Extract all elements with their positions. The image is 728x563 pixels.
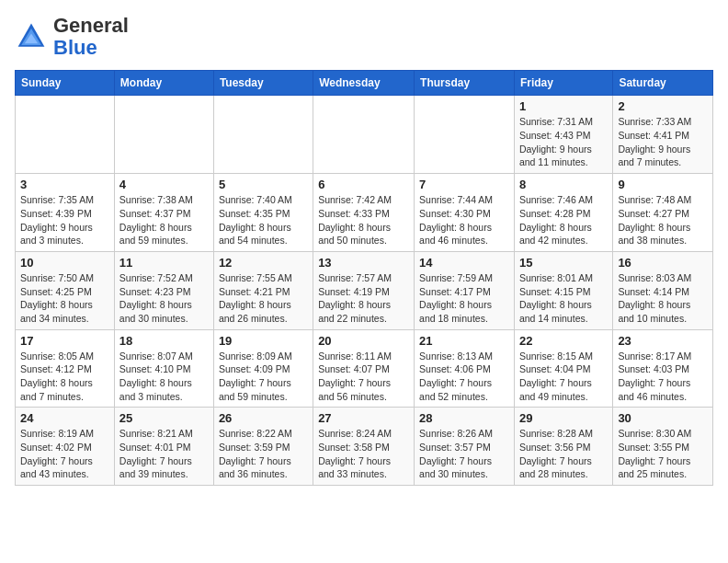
day-number: 18 bbox=[119, 334, 209, 348]
calendar-cell bbox=[313, 96, 415, 174]
calendar-cell bbox=[114, 96, 213, 174]
calendar-cell: 25Sunrise: 8:21 AMSunset: 4:01 PMDayligh… bbox=[114, 408, 213, 486]
calendar-cell: 7Sunrise: 7:44 AMSunset: 4:30 PMDaylight… bbox=[415, 174, 515, 252]
day-number: 21 bbox=[419, 334, 509, 348]
weekday-header-row: SundayMondayTuesdayWednesdayThursdayFrid… bbox=[16, 71, 713, 96]
day-info: Sunrise: 8:21 AMSunset: 4:01 PMDaylight:… bbox=[119, 427, 209, 481]
day-number: 13 bbox=[318, 256, 409, 270]
day-info: Sunrise: 7:48 AMSunset: 4:27 PMDaylight:… bbox=[618, 193, 708, 247]
day-number: 9 bbox=[618, 178, 708, 191]
day-number: 5 bbox=[219, 178, 308, 191]
calendar-cell: 28Sunrise: 8:26 AMSunset: 3:57 PMDayligh… bbox=[415, 408, 515, 486]
calendar-cell: 30Sunrise: 8:30 AMSunset: 3:55 PMDayligh… bbox=[613, 408, 713, 486]
day-number: 19 bbox=[219, 334, 308, 348]
day-info: Sunrise: 7:35 AMSunset: 4:39 PMDaylight:… bbox=[20, 193, 109, 247]
day-number: 15 bbox=[519, 256, 608, 270]
day-info: Sunrise: 7:44 AMSunset: 4:30 PMDaylight:… bbox=[419, 193, 509, 247]
day-number: 7 bbox=[419, 178, 509, 191]
day-info: Sunrise: 8:26 AMSunset: 3:57 PMDaylight:… bbox=[419, 427, 509, 481]
logo: General Blue bbox=[15, 15, 129, 59]
calendar-cell: 27Sunrise: 8:24 AMSunset: 3:58 PMDayligh… bbox=[313, 408, 415, 486]
calendar-cell: 1Sunrise: 7:31 AMSunset: 4:43 PMDaylight… bbox=[514, 96, 612, 174]
day-info: Sunrise: 8:24 AMSunset: 3:58 PMDaylight:… bbox=[318, 427, 409, 481]
calendar-cell: 14Sunrise: 7:59 AMSunset: 4:17 PMDayligh… bbox=[415, 251, 515, 329]
day-info: Sunrise: 7:52 AMSunset: 4:23 PMDaylight:… bbox=[119, 271, 209, 326]
weekday-header-saturday: Saturday bbox=[613, 71, 713, 96]
day-number: 30 bbox=[618, 411, 708, 425]
calendar-cell: 13Sunrise: 7:57 AMSunset: 4:19 PMDayligh… bbox=[313, 251, 415, 329]
day-info: Sunrise: 8:09 AMSunset: 4:09 PMDaylight:… bbox=[219, 350, 308, 404]
calendar-cell: 8Sunrise: 7:46 AMSunset: 4:28 PMDaylight… bbox=[514, 174, 612, 252]
day-number: 27 bbox=[318, 411, 409, 425]
day-info: Sunrise: 7:33 AMSunset: 4:41 PMDaylight:… bbox=[618, 115, 708, 169]
day-info: Sunrise: 7:40 AMSunset: 4:35 PMDaylight:… bbox=[219, 193, 308, 247]
calendar-cell: 16Sunrise: 8:03 AMSunset: 4:14 PMDayligh… bbox=[613, 251, 713, 329]
logo-text: General Blue bbox=[53, 15, 129, 59]
day-info: Sunrise: 7:46 AMSunset: 4:28 PMDaylight:… bbox=[519, 193, 608, 247]
logo-icon bbox=[15, 20, 48, 53]
day-info: Sunrise: 8:17 AMSunset: 4:03 PMDaylight:… bbox=[618, 350, 708, 404]
calendar-cell: 18Sunrise: 8:07 AMSunset: 4:10 PMDayligh… bbox=[114, 329, 213, 408]
calendar-week-2: 3Sunrise: 7:35 AMSunset: 4:39 PMDaylight… bbox=[16, 174, 713, 252]
calendar-cell: 4Sunrise: 7:38 AMSunset: 4:37 PMDaylight… bbox=[114, 174, 213, 252]
day-number: 12 bbox=[219, 256, 308, 270]
page-header: General Blue bbox=[15, 15, 713, 59]
weekday-header-sunday: Sunday bbox=[16, 71, 115, 96]
calendar-cell: 9Sunrise: 7:48 AMSunset: 4:27 PMDaylight… bbox=[613, 174, 713, 252]
calendar-cell: 21Sunrise: 8:13 AMSunset: 4:06 PMDayligh… bbox=[415, 329, 515, 408]
day-info: Sunrise: 8:30 AMSunset: 3:55 PMDaylight:… bbox=[618, 427, 708, 481]
day-info: Sunrise: 7:42 AMSunset: 4:33 PMDaylight:… bbox=[318, 193, 409, 247]
day-info: Sunrise: 8:13 AMSunset: 4:06 PMDaylight:… bbox=[419, 350, 509, 404]
calendar-cell: 22Sunrise: 8:15 AMSunset: 4:04 PMDayligh… bbox=[514, 329, 612, 408]
calendar-cell bbox=[16, 96, 115, 174]
day-number: 28 bbox=[419, 411, 509, 425]
calendar-cell: 6Sunrise: 7:42 AMSunset: 4:33 PMDaylight… bbox=[313, 174, 415, 252]
day-number: 17 bbox=[20, 334, 109, 348]
weekday-header-monday: Monday bbox=[114, 71, 213, 96]
calendar-cell: 5Sunrise: 7:40 AMSunset: 4:35 PMDaylight… bbox=[213, 174, 313, 252]
calendar-cell: 17Sunrise: 8:05 AMSunset: 4:12 PMDayligh… bbox=[16, 329, 115, 408]
day-number: 23 bbox=[618, 334, 708, 348]
calendar-cell: 24Sunrise: 8:19 AMSunset: 4:02 PMDayligh… bbox=[16, 408, 115, 486]
day-number: 20 bbox=[318, 334, 409, 348]
day-info: Sunrise: 8:19 AMSunset: 4:02 PMDaylight:… bbox=[20, 427, 109, 481]
day-number: 14 bbox=[419, 256, 509, 270]
day-number: 2 bbox=[618, 99, 708, 113]
calendar-cell: 2Sunrise: 7:33 AMSunset: 4:41 PMDaylight… bbox=[613, 96, 713, 174]
calendar-cell: 11Sunrise: 7:52 AMSunset: 4:23 PMDayligh… bbox=[114, 251, 213, 329]
calendar-cell: 20Sunrise: 8:11 AMSunset: 4:07 PMDayligh… bbox=[313, 329, 415, 408]
day-info: Sunrise: 7:31 AMSunset: 4:43 PMDaylight:… bbox=[519, 115, 608, 169]
day-info: Sunrise: 8:11 AMSunset: 4:07 PMDaylight:… bbox=[318, 350, 409, 404]
calendar-cell: 15Sunrise: 8:01 AMSunset: 4:15 PMDayligh… bbox=[514, 251, 612, 329]
day-info: Sunrise: 7:59 AMSunset: 4:17 PMDaylight:… bbox=[419, 271, 509, 326]
calendar-table: SundayMondayTuesdayWednesdayThursdayFrid… bbox=[15, 70, 713, 486]
weekday-header-friday: Friday bbox=[514, 71, 612, 96]
day-info: Sunrise: 7:55 AMSunset: 4:21 PMDaylight:… bbox=[219, 271, 308, 326]
day-number: 10 bbox=[20, 256, 109, 270]
day-number: 22 bbox=[519, 334, 608, 348]
day-number: 24 bbox=[20, 411, 109, 425]
day-info: Sunrise: 8:03 AMSunset: 4:14 PMDaylight:… bbox=[618, 271, 708, 326]
day-number: 16 bbox=[618, 256, 708, 270]
day-info: Sunrise: 8:05 AMSunset: 4:12 PMDaylight:… bbox=[20, 350, 109, 404]
weekday-header-tuesday: Tuesday bbox=[213, 71, 313, 96]
logo-general: General bbox=[53, 15, 129, 37]
day-number: 1 bbox=[519, 99, 608, 113]
day-info: Sunrise: 8:22 AMSunset: 3:59 PMDaylight:… bbox=[219, 427, 308, 481]
day-number: 8 bbox=[519, 178, 608, 191]
calendar-week-3: 10Sunrise: 7:50 AMSunset: 4:25 PMDayligh… bbox=[16, 251, 713, 329]
calendar-cell: 19Sunrise: 8:09 AMSunset: 4:09 PMDayligh… bbox=[213, 329, 313, 408]
weekday-header-thursday: Thursday bbox=[415, 71, 515, 96]
day-info: Sunrise: 8:28 AMSunset: 3:56 PMDaylight:… bbox=[519, 427, 608, 481]
calendar-cell: 29Sunrise: 8:28 AMSunset: 3:56 PMDayligh… bbox=[514, 408, 612, 486]
calendar-week-4: 17Sunrise: 8:05 AMSunset: 4:12 PMDayligh… bbox=[16, 329, 713, 408]
day-info: Sunrise: 8:01 AMSunset: 4:15 PMDaylight:… bbox=[519, 271, 608, 326]
calendar-week-5: 24Sunrise: 8:19 AMSunset: 4:02 PMDayligh… bbox=[16, 408, 713, 486]
weekday-header-wednesday: Wednesday bbox=[313, 71, 415, 96]
day-number: 3 bbox=[20, 178, 109, 191]
day-info: Sunrise: 7:38 AMSunset: 4:37 PMDaylight:… bbox=[119, 193, 209, 247]
day-number: 29 bbox=[519, 411, 608, 425]
day-number: 6 bbox=[318, 178, 409, 191]
calendar-cell: 23Sunrise: 8:17 AMSunset: 4:03 PMDayligh… bbox=[613, 329, 713, 408]
calendar-week-1: 1Sunrise: 7:31 AMSunset: 4:43 PMDaylight… bbox=[16, 96, 713, 174]
